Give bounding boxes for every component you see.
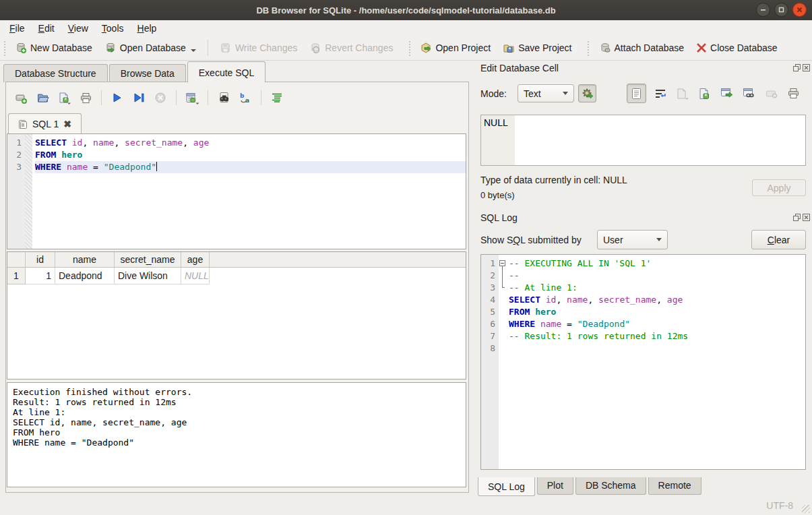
close-database-button[interactable]: Close Database (690, 39, 784, 57)
export-results-button[interactable] (183, 89, 201, 107)
row-number-header[interactable] (7, 252, 26, 267)
menu-help[interactable]: Help (131, 22, 164, 35)
menu-file[interactable]: File (3, 22, 32, 35)
gear-arrow-icon (582, 88, 594, 100)
find-icon (218, 92, 230, 104)
tab-sql-log[interactable]: SQL Log (478, 477, 535, 496)
log-fold-margin[interactable] (499, 255, 506, 469)
log-filter-label: Show SQL submitted by (480, 235, 582, 245)
cell-editor[interactable]: NULL (480, 115, 806, 166)
row-number[interactable]: 1 (7, 268, 26, 284)
set-null-icon (766, 89, 778, 98)
new-database-button[interactable]: New Database (9, 38, 98, 57)
save-sql-file-button[interactable] (55, 89, 73, 107)
text-mode-button[interactable] (627, 84, 646, 103)
find-button[interactable] (215, 89, 232, 107)
tab-browse-data[interactable]: Browse Data (109, 64, 186, 82)
float-panel-icon[interactable] (793, 64, 801, 71)
menu-view[interactable]: View (61, 22, 95, 35)
column-header-name[interactable]: name (55, 252, 115, 267)
menu-tools[interactable]: Tools (95, 22, 131, 35)
sql-editor[interactable]: 123 SELECT id, name, secret_name, ageFRO… (7, 133, 466, 249)
mode-label: Mode: (480, 88, 507, 99)
log-text: -- EXECUTING ALL IN 'SQL 1'---- At line … (506, 255, 805, 469)
execute-sql-button[interactable] (108, 89, 126, 107)
toolbar-grip[interactable] (586, 40, 591, 56)
svg-text:b: b (240, 92, 245, 99)
sql-file-tab[interactable]: SQL 1 ✖ (8, 113, 82, 134)
execute-current-line-icon (133, 92, 145, 103)
results-header: id name secret_name age (7, 252, 466, 268)
menu-edit[interactable]: Edit (32, 22, 61, 35)
mode-select[interactable]: Text (518, 84, 574, 102)
text-document-icon (631, 88, 642, 100)
set-null-button (761, 84, 781, 103)
main-toolbar: New Database Open Database Write Changes… (0, 36, 812, 61)
import-cell-data-button (673, 84, 692, 103)
sql-log-view[interactable]: 12345678 -- EXECUTING ALL IN 'SQL 1'----… (480, 254, 806, 470)
clear-log-button[interactable]: Clear (751, 230, 806, 249)
sql-document-icon (18, 119, 28, 129)
editor-text[interactable]: SELECT id, name, secret_name, ageFROM he… (32, 134, 466, 249)
minimize-icon[interactable] (756, 3, 770, 17)
close-panel-icon[interactable] (803, 214, 810, 221)
cell-age[interactable]: NULL (181, 268, 210, 284)
column-header-id[interactable]: id (26, 252, 55, 267)
open-sql-file-button[interactable] (34, 89, 51, 107)
column-header-age[interactable]: age (181, 252, 210, 267)
stop-icon (154, 92, 166, 104)
sql-tab-label: SQL 1 (32, 119, 59, 129)
menu-bar: File Edit View Tools Help (0, 20, 812, 36)
attach-database-icon (599, 42, 611, 54)
window-title: DB Browser for SQLite - /home/user/code/… (256, 5, 555, 16)
resize-grip[interactable] (802, 505, 810, 513)
word-wrap-button[interactable] (650, 84, 670, 103)
close-panel-icon[interactable] (803, 64, 810, 71)
log-line-numbers: 12345678 (481, 255, 499, 469)
sql-tab-close-icon[interactable]: ✖ (63, 119, 71, 129)
cell-id[interactable]: 1 (26, 268, 55, 284)
attach-database-button[interactable]: Attach Database (593, 38, 691, 57)
open-in-external-button[interactable] (717, 84, 737, 103)
chevron-down-icon (563, 92, 568, 95)
export-icon (698, 88, 711, 100)
tab-db-schema[interactable]: DB Schema (575, 477, 646, 495)
toolbar-grip[interactable] (407, 40, 412, 56)
column-header-secret-name[interactable]: secret_name (115, 252, 181, 267)
new-sql-tab-button[interactable] (12, 89, 30, 107)
open-external-icon (720, 88, 733, 99)
replace-button[interactable]: b a (237, 89, 254, 107)
copy-link-button[interactable] (739, 84, 759, 103)
save-project-button[interactable]: Save Project (497, 38, 577, 57)
close-database-icon (696, 42, 707, 53)
word-wrap-icon (654, 88, 666, 99)
cell-secret-name[interactable]: Dive Wilson (115, 268, 181, 284)
maximize-icon[interactable] (774, 3, 788, 17)
print-icon (80, 92, 92, 104)
open-project-button[interactable]: Open Project (414, 38, 497, 57)
open-database-button[interactable]: Open Database (98, 38, 202, 57)
log-filter-select[interactable]: User (597, 230, 668, 249)
tab-remote[interactable]: Remote (648, 477, 701, 495)
tab-execute-sql[interactable]: Execute SQL (187, 61, 266, 82)
link-icon (743, 88, 755, 99)
fold-collapse-icon[interactable] (499, 260, 505, 266)
encoding-indicator[interactable]: UTF-8 (766, 500, 793, 511)
toolbar-grip[interactable] (2, 40, 7, 56)
chevron-down-icon (656, 238, 662, 241)
auto-mode-button[interactable] (578, 84, 596, 102)
close-icon[interactable] (792, 3, 807, 17)
tab-plot[interactable]: Plot (537, 477, 573, 495)
execute-current-line-button[interactable] (130, 89, 148, 107)
tab-database-structure[interactable]: Database Structure (3, 64, 108, 82)
cell-name[interactable]: Deadpond (55, 268, 115, 284)
format-sql-button[interactable] (268, 89, 286, 107)
float-panel-icon[interactable] (793, 214, 801, 221)
print-cell-button[interactable] (784, 84, 803, 103)
open-sql-file-icon (36, 92, 49, 104)
stop-sql-button (152, 89, 169, 107)
print-sql-button[interactable] (77, 89, 94, 107)
open-database-dropdown-icon[interactable] (191, 49, 196, 52)
title-bar[interactable]: DB Browser for SQLite - /home/user/code/… (0, 0, 812, 20)
export-cell-data-button[interactable] (695, 84, 714, 103)
